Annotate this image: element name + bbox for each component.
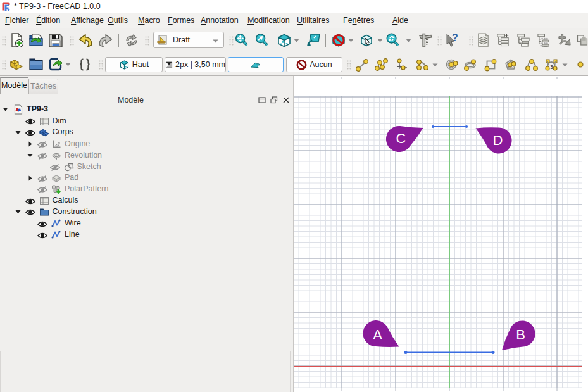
svg-text:C: C bbox=[396, 130, 406, 146]
svg-text:A: A bbox=[373, 327, 382, 343]
svg-text:?: ? bbox=[452, 33, 458, 43]
svg-text:3: 3 bbox=[550, 64, 553, 70]
svg-text:D: D bbox=[493, 132, 503, 148]
svg-text:B: B bbox=[516, 327, 525, 343]
